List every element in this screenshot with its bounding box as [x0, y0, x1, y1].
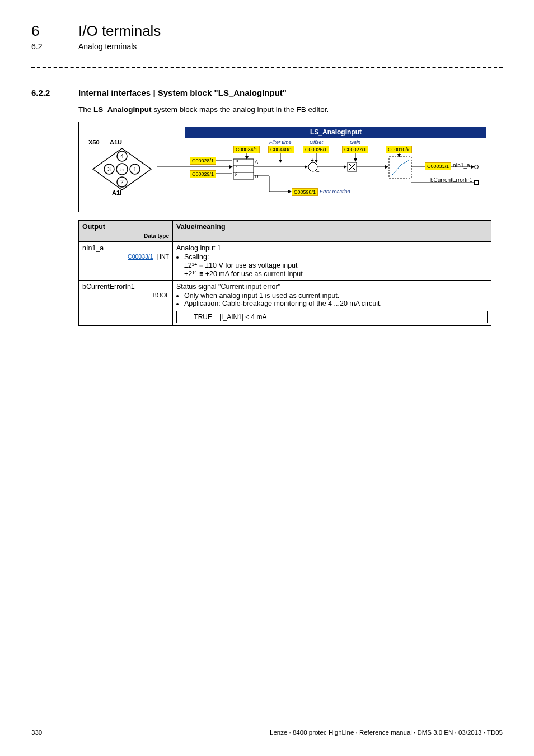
table-row: nIn1_a C00033/1 | INT Analog input 1 Sca…: [79, 241, 491, 280]
subsection-title: Internal interfaces | System block "LS_A…: [78, 88, 287, 97]
row-title: Analog input 1: [176, 244, 221, 252]
switch-0: 0: [236, 158, 238, 164]
port-square-icon: [474, 180, 479, 185]
footer-doc: Lenze · 8400 protec HighLine · Reference…: [270, 729, 503, 736]
code-c00029: C00029/1: [190, 170, 216, 178]
code-c00026: C00026/1: [303, 146, 329, 153]
lbl-filter-time: Filter time: [269, 139, 292, 145]
code-c00033: C00033/1: [425, 162, 451, 170]
divider: [31, 67, 503, 68]
switch-t2: t²: [235, 172, 237, 177]
subsection-number: 6.2.2: [31, 88, 78, 97]
code-c00440: C00440/1: [268, 146, 294, 153]
code-c00598: C00598/1: [292, 188, 318, 196]
switch-D: D: [255, 174, 259, 179]
code-c00010: C00010/x: [386, 146, 412, 153]
th-value: Value/meaning: [173, 220, 491, 241]
svg-rect-28: [389, 157, 411, 178]
lbl-gain: Gain: [350, 139, 360, 145]
section-number: 6.2: [31, 42, 78, 51]
row-dtype: INT: [160, 253, 169, 260]
page-number: 330: [31, 729, 42, 736]
table-row: bCurrentErrorIn1 BOOL Status signal "Cur…: [79, 280, 491, 325]
switch-1: 1: [236, 165, 238, 170]
svg-text:+: +: [311, 157, 314, 164]
row-name: nIn1_a: [82, 244, 169, 252]
true-label: TRUE: [177, 311, 216, 323]
svg-text:−: −: [316, 169, 320, 175]
code-c00034: C00034/1: [233, 146, 260, 153]
out-nIn1a: nIn1_a: [453, 162, 470, 169]
row-name: bCurrentErrorIn1: [82, 283, 169, 291]
inner-truth-table: TRUE |I_AIN1| < 4 mA: [176, 311, 488, 323]
row-title: Status signal "Current input error": [176, 283, 280, 291]
section-title: Analog terminals: [78, 42, 137, 51]
chapter-number: 6: [31, 22, 78, 40]
code-link[interactable]: C00033/1: [128, 253, 153, 260]
chapter-title: I/O terminals: [78, 22, 161, 40]
switch-A: A: [255, 159, 258, 165]
lbl-offset: Offset: [310, 139, 323, 145]
code-c00028: C00028/1: [190, 157, 216, 165]
out-bCurrentErrorIn1: bCurrentErrorIn1: [430, 177, 472, 183]
true-value: |I_AIN1| < 4 mA: [216, 311, 488, 323]
code-c00027: C00027/1: [342, 146, 368, 153]
intro-paragraph: The LS_AnalogInput system block maps the…: [78, 105, 503, 114]
th-output: Output Data type: [79, 220, 173, 241]
output-table: Output Data type Value/meaning nIn1_a C0…: [78, 220, 491, 326]
block-diagram: LS_AnalogInput X50 A1U A1I: [78, 122, 491, 212]
row-dtype: BOOL: [153, 292, 169, 298]
lbl-error-reaction: Error reaction: [320, 189, 350, 194]
port-circle-icon: [474, 165, 479, 169]
